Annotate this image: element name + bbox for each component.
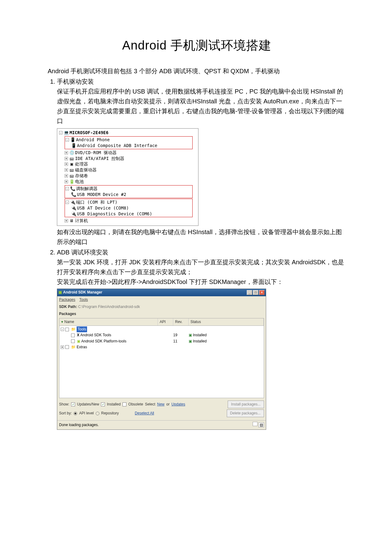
device-manager-figure: -💻MICROSOF-2E49E6 -📱Android Phone 📱Andro… <box>57 128 198 226</box>
folder-icon: 📁 <box>71 326 76 332</box>
deselect-all-link[interactable]: Deselect All <box>135 410 154 416</box>
devmgr-vol: 存储卷 <box>75 173 88 179</box>
devmgr-dvd: DVD/CD-ROM 驱动器 <box>75 150 117 156</box>
expand-icon: + <box>65 157 68 160</box>
ide-icon: 🖴 <box>69 156 74 162</box>
sdk-path-value: C:\Program Files\Android\android-sdk <box>78 305 140 309</box>
table-row[interactable]: -📁Tools <box>59 326 264 332</box>
devmgr-cpu: 处理器 <box>75 161 88 167</box>
radio-api-level[interactable] <box>74 412 77 415</box>
expand-icon: + <box>65 180 68 183</box>
expand-icon: + <box>65 219 68 222</box>
devmgr-disk: 磁盘驱动器 <box>75 167 97 173</box>
devmgr-usb-at: USB AT Device (COM8) <box>77 205 129 211</box>
delete-packages-button[interactable]: Delete packages... <box>227 409 264 417</box>
checkbox[interactable] <box>71 339 75 343</box>
volume-icon: 🖴 <box>69 173 74 179</box>
minimize-button[interactable]: _ <box>247 290 252 295</box>
obsolete-label: Obsolete <box>128 401 143 407</box>
devmgr-android-phone: Android Phone <box>76 137 110 143</box>
expand-icon: - <box>66 187 69 190</box>
sdk-tools-rev: 19 <box>173 332 189 338</box>
android-icon: ▣ <box>58 289 62 295</box>
sdk-table-header: ▾Name API Rev. Status <box>59 318 264 326</box>
select-new-link[interactable]: New <box>157 401 165 407</box>
checkbox-updates[interactable]: ✓ <box>71 402 75 406</box>
page-title: Android 手机测试环境搭建 <box>48 37 346 54</box>
sdk-titlebar: ▣ Android SDK Manager _ □ × <box>57 289 266 296</box>
table-row[interactable]: +📁Extras <box>59 344 264 350</box>
section-2-para-2: 安装完成后在开始->因此程序->AndroidSDKTool 下打开 SDKMa… <box>57 277 346 287</box>
installed-icon: ▣ <box>189 339 192 343</box>
select-label: Select <box>145 401 155 407</box>
sdk-packages-label: Packages <box>57 310 266 317</box>
devmgr-modem: 调制解调器 <box>76 186 98 192</box>
sdk-footer: Show: ✓Updates/New ✓Installed Obsolete S… <box>57 399 266 420</box>
sdk-path-row: SDK Path: C:\Program Files\Android\andro… <box>57 303 266 310</box>
installed-label: Installed <box>107 401 121 407</box>
menu-tools[interactable]: Tools <box>79 297 88 302</box>
col-name[interactable]: Name <box>64 320 74 324</box>
checkbox[interactable] <box>65 328 69 331</box>
col-rev[interactable]: Rev. <box>173 318 189 325</box>
sdk-menubar: Packages Tools <box>57 296 266 303</box>
collapse-icon[interactable]: - <box>61 328 64 331</box>
computer-node-icon: 🖥 <box>69 218 74 224</box>
show-label: Show: <box>59 401 69 407</box>
col-status[interactable]: Status <box>189 318 264 325</box>
radio-repository[interactable] <box>96 412 99 415</box>
checkbox[interactable] <box>71 333 75 337</box>
devmgr-ide: IDE ATA/ATAPI 控制器 <box>75 156 124 162</box>
log-button[interactable]: ▤ <box>258 422 264 427</box>
modem-device-icon: 📞 <box>71 192 76 198</box>
checkbox-obsolete[interactable] <box>122 402 126 406</box>
expand-icon: - <box>59 131 62 134</box>
col-api[interactable]: API <box>158 318 173 325</box>
phone-icon: 📱 <box>70 137 75 143</box>
devmgr-computer: 计算机 <box>75 218 88 224</box>
android-phone-highlight: -📱Android Phone 📱Android Composite ADB I… <box>65 136 193 149</box>
close-button[interactable]: × <box>259 290 265 295</box>
progress-icon <box>253 422 258 426</box>
sdk-title-text: Android SDK Manager <box>63 289 102 295</box>
plat-tools-status: Installed <box>193 339 207 343</box>
computer-icon: 💻 <box>64 130 69 136</box>
table-row[interactable]: ▣Android SDK Platform-tools 11 ▣Installe… <box>59 338 264 344</box>
repository-label: Repository <box>101 410 119 416</box>
expand-icon: + <box>65 174 68 178</box>
select-updates-link[interactable]: Updates <box>171 401 185 407</box>
or-label: or <box>166 401 170 407</box>
tools-folder-label: Tools <box>77 326 87 332</box>
expand-icon: - <box>66 138 69 142</box>
section-2-heading: ADB 调试环境安装 <box>57 249 108 256</box>
section-2-para-1: 第一安装 JDK 环境，打开 JDK 安装程序向来点击下一步直至提示安装完成；其… <box>57 257 346 277</box>
sdk-manager-figure: ▣ Android SDK Manager _ □ × Packages Too… <box>57 289 266 429</box>
disc-icon: 💿 <box>69 150 74 156</box>
table-row[interactable]: XAndroid SDK Tools 19 ▣Installed <box>59 332 264 338</box>
maximize-button[interactable]: □ <box>253 290 258 295</box>
cpu-icon: ▣ <box>69 161 74 167</box>
updates-label: Updates/New <box>77 401 99 407</box>
section-2: ADB 调试环境安装 第一安装 JDK 环境，打开 JDK 安装程序向来点击下一… <box>57 247 346 429</box>
plat-tools-rev: 11 <box>173 338 189 344</box>
plat-tools-label: Android SDK Platform-tools <box>81 338 126 344</box>
device-icon: 📱 <box>71 143 76 149</box>
install-packages-button[interactable]: Install packages... <box>228 401 264 408</box>
com-port-icon: 🔌 <box>71 211 76 217</box>
com-port-icon: 🔌 <box>71 205 76 211</box>
ports-highlight: -🔌端口 (COM 和 LPT) 🔌USB AT Device (COM8) 🔌… <box>65 199 193 218</box>
section-1-para-2: 如有没出现的端口，则请在我的电脑中右键点击 HSInstall，选择弹出按钮，设… <box>57 227 346 247</box>
checkbox-installed[interactable]: ✓ <box>101 402 105 406</box>
menu-packages[interactable]: Packages <box>59 297 75 302</box>
disk-icon: 🖴 <box>69 167 74 173</box>
sdk-path-label: SDK Path: <box>59 305 77 309</box>
intro-paragraph: Android 手机测试环境目前包括 3 个部分 ADB 调试环境、QPST 和… <box>48 66 346 76</box>
checkbox[interactable] <box>65 345 69 349</box>
expand-icon[interactable]: + <box>61 345 64 349</box>
sdk-tools-status: Installed <box>193 333 207 337</box>
sdk-tools-label: Android SDK Tools <box>80 332 111 338</box>
modem-icon: 📞 <box>70 186 75 192</box>
sort-icon: ▾ <box>61 320 63 324</box>
section-1: 手机驱动安装 保证手机开启应用程序中的 USB 调试，使用数据线将手机连接至 P… <box>57 77 346 247</box>
sdk-statusbar: Done loading packages. ▤ <box>57 420 266 429</box>
